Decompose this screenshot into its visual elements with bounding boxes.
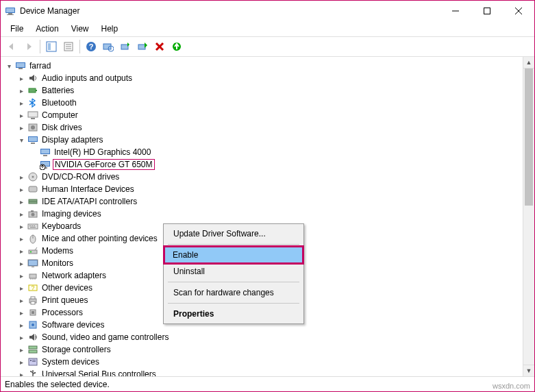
tree-item-label: Audio inputs and outputs — [40, 73, 134, 83]
tree-item[interactable]: ▸ Sound, video and game controllers — [2, 331, 523, 343]
enable-device-button[interactable] — [134, 38, 151, 55]
toolbar-divider — [40, 40, 40, 53]
chevron-right-icon[interactable]: ▸ — [16, 297, 27, 304]
tree-item[interactable]: ▸ Imaging devices — [2, 208, 523, 220]
chevron-right-icon[interactable]: ▸ — [16, 247, 27, 255]
back-button — [3, 38, 20, 55]
cd-icon — [27, 171, 39, 182]
menu-bar: File Action View Help — [1, 21, 534, 36]
tree-item[interactable]: ▸ Batteries — [2, 84, 523, 97]
svg-rect-81 — [32, 361, 36, 362]
tree-item-label: Human Interface Devices — [40, 184, 136, 194]
tree-item[interactable]: ▸ Intel(R) HD Graphics 4000 — [2, 146, 523, 158]
chevron-right-icon[interactable]: ▸ — [16, 358, 27, 366]
modem-icon — [27, 245, 39, 256]
scroll-up-button[interactable]: ▲ — [523, 57, 534, 69]
scroll-down-button[interactable]: ▼ — [523, 365, 534, 376]
chevron-right-icon[interactable]: ▸ — [16, 371, 27, 377]
scrollbar-thumb[interactable] — [525, 69, 533, 206]
menu-file[interactable]: File — [5, 23, 29, 35]
tree-item[interactable]: ▸ Universal Serial Bus controllers — [2, 368, 523, 376]
svg-rect-25 — [18, 68, 23, 69]
chevron-right-icon[interactable]: ▸ — [16, 210, 27, 218]
svg-rect-50 — [28, 224, 38, 229]
svg-rect-16 — [103, 44, 111, 49]
sound-icon — [27, 332, 39, 343]
chevron-right-icon[interactable]: ▸ — [16, 272, 27, 280]
ide-icon — [27, 196, 39, 207]
tree-item[interactable]: ▸ DVD/CD-ROM drives — [2, 171, 523, 183]
chevron-right-icon[interactable]: ▸ — [16, 75, 27, 82]
refresh-button[interactable] — [169, 38, 185, 55]
tree-item[interactable]: ▾ Display adapters — [2, 134, 523, 146]
context-menu-item[interactable]: Enable — [164, 247, 303, 263]
help-button[interactable]: ? — [83, 38, 99, 55]
chevron-right-icon[interactable]: ▸ — [16, 284, 27, 292]
tree-item-label: Imaging devices — [40, 209, 103, 219]
chevron-right-icon[interactable]: ▸ — [16, 87, 27, 95]
context-menu-item[interactable]: Scan for hardware changes — [165, 284, 302, 301]
menu-help[interactable]: Help — [96, 23, 124, 35]
svg-rect-33 — [29, 137, 37, 141]
menu-action[interactable]: Action — [30, 23, 64, 35]
window-title: Device Manager — [20, 6, 440, 16]
forward-button — [21, 38, 37, 55]
svg-rect-70 — [31, 297, 35, 299]
tree-item[interactable]: ▸ System devices — [2, 356, 523, 368]
uninstall-button[interactable] — [151, 38, 168, 55]
chevron-down-icon[interactable]: ▾ — [16, 136, 27, 144]
tree-item[interactable]: ▸ Bluetooth — [2, 97, 523, 109]
svg-point-58 — [30, 252, 32, 253]
chevron-down-icon[interactable]: ▾ — [3, 62, 14, 70]
close-button[interactable] — [503, 1, 534, 21]
chevron-right-icon[interactable]: ▸ — [16, 223, 27, 230]
tree-item[interactable]: ▸ IDE ATA/ATAPI controllers — [2, 195, 523, 208]
tree-item-label: DVD/CD-ROM drives — [40, 172, 121, 182]
chevron-right-icon[interactable]: ▸ — [16, 112, 27, 119]
context-menu-item[interactable]: Update Driver Software... — [165, 225, 302, 242]
vertical-scrollbar[interactable]: ▲ ▼ — [523, 57, 534, 376]
chevron-right-icon[interactable]: ▸ — [16, 346, 27, 354]
chevron-right-icon[interactable]: ▸ — [16, 321, 27, 329]
computer-icon — [27, 110, 39, 121]
tree-item[interactable]: ▸ Human Interface Devices — [2, 183, 523, 195]
menu-view[interactable]: View — [66, 23, 95, 35]
chevron-right-icon[interactable]: ▸ — [16, 198, 27, 206]
tree-item[interactable]: ▸ Audio inputs and outputs — [2, 72, 523, 84]
tree-item[interactable]: ▸ Storage controllers — [2, 343, 523, 356]
chevron-right-icon[interactable]: ▸ — [16, 99, 27, 107]
display-disabled-icon — [39, 159, 51, 170]
svg-rect-73 — [32, 311, 34, 314]
chevron-right-icon[interactable]: ▸ — [16, 124, 27, 132]
svg-rect-57 — [29, 250, 37, 254]
chevron-right-icon[interactable]: ▸ — [16, 260, 27, 267]
show-hide-console-tree-button[interactable] — [43, 38, 60, 55]
maximize-button[interactable] — [471, 1, 503, 21]
chevron-right-icon[interactable]: ▸ — [16, 235, 27, 243]
tree-item-label: Universal Serial Bus controllers — [40, 369, 158, 376]
tree-item[interactable]: ▸ Computer — [2, 109, 523, 121]
chevron-right-icon[interactable]: ▸ — [16, 334, 27, 341]
svg-rect-49 — [31, 210, 34, 212]
tree-item-label: Batteries — [40, 86, 75, 95]
context-menu-item[interactable]: Properties — [165, 306, 302, 322]
chevron-right-icon[interactable]: ▸ — [16, 309, 27, 317]
minimize-button[interactable] — [440, 1, 471, 21]
context-menu-item[interactable]: Uninstall — [165, 263, 302, 280]
properties-button[interactable] — [60, 38, 77, 55]
update-driver-button[interactable] — [117, 38, 134, 55]
svg-rect-54 — [30, 227, 36, 228]
device-tree[interactable]: ▾ farrad ▸ Audio inputs and outputs▸ Bat… — [1, 57, 523, 376]
tree-item-label: Intel(R) HD Graphics 4000 — [53, 147, 152, 157]
svg-rect-26 — [29, 88, 36, 93]
svg-point-43 — [32, 176, 34, 178]
scan-hardware-button[interactable] — [100, 38, 116, 55]
chevron-right-icon[interactable]: ▸ — [16, 173, 27, 181]
tree-root[interactable]: ▾ farrad — [2, 60, 523, 72]
chevron-right-icon[interactable]: ▸ — [16, 186, 27, 193]
imaging-icon — [27, 208, 39, 219]
tree-item[interactable]: ▸ NVIDIA GeForce GT 650M — [2, 158, 523, 171]
battery-icon — [27, 85, 39, 96]
tree-item[interactable]: ▸ Disk drives — [2, 121, 523, 134]
tree-item-label: Print queues — [40, 295, 89, 305]
